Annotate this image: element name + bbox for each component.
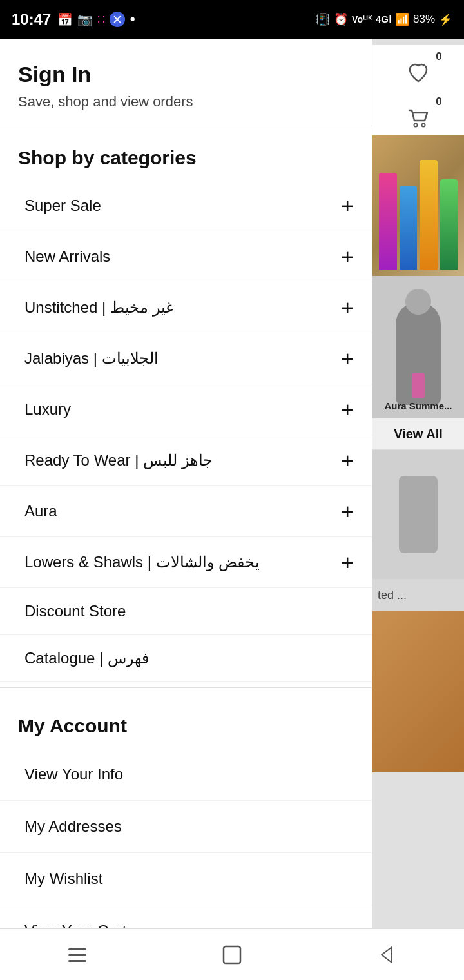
status-left: 10:47 📅 📷 ∷ ✕ • — [12, 10, 135, 28]
menu-icon — [64, 942, 90, 968]
volte-icon: Voᴸᴵᴷ — [352, 14, 372, 24]
category-label-jalabiyas: Jalabiyas | الجلابيات — [24, 349, 159, 368]
category-label-catalogue: Catalogue | فهرس — [24, 649, 149, 667]
category-discount-store[interactable]: Discount Store — [0, 588, 372, 635]
category-aura[interactable]: Aura + — [0, 486, 372, 537]
status-icons: 📅 📷 ∷ ✕ • — [57, 10, 135, 28]
account-label-view-info: View Your Info — [24, 765, 123, 783]
multicolor-icon: ∷ — [97, 12, 105, 27]
connected-text: ted ... — [378, 589, 407, 602]
expand-icon-lowers-shawls: + — [341, 551, 354, 573]
svg-point-1 — [422, 124, 425, 127]
svg-marker-6 — [382, 947, 392, 963]
product-image-1 — [372, 135, 464, 276]
category-jalabiyas[interactable]: Jalabiyas | الجلابيات + — [0, 333, 372, 384]
category-lowers-shawls[interactable]: Lowers & Shawls | يخفض والشالات + — [0, 537, 372, 588]
4g-icon: 4GⅠ — [376, 14, 391, 25]
sign-in-section[interactable]: Sign In Save, shop and view orders — [0, 39, 372, 126]
right-peek: 0 0 — [372, 39, 464, 980]
view-all-strip[interactable]: View All — [372, 418, 464, 450]
svg-rect-2 — [68, 948, 86, 950]
account-my-addresses[interactable]: My Addresses — [0, 801, 372, 853]
category-catalogue[interactable]: Catalogue | فهرس — [0, 635, 372, 682]
wishlist-badge: 0 — [432, 50, 446, 63]
top-icons: 0 0 — [372, 39, 464, 135]
expand-icon-ready-to-wear: + — [341, 449, 354, 471]
category-label-new-arrivals: New Arrivals — [24, 248, 110, 266]
view-all-text: View All — [394, 427, 443, 442]
my-account-title: My Account — [0, 694, 372, 749]
cart-badge: 0 — [432, 95, 446, 108]
vibrate-icon: 📳 — [316, 12, 330, 26]
cart-icon — [407, 107, 430, 130]
aura-label: Aura Summe... — [375, 400, 461, 411]
dot-icon: • — [130, 10, 135, 28]
expand-icon-new-arrivals: + — [341, 246, 354, 268]
svg-rect-5 — [224, 946, 240, 963]
account-my-wishlist[interactable]: My Wishlist — [0, 853, 372, 905]
product-image-2: Aura Summe... — [372, 276, 464, 418]
expand-icon-super-sale: + — [341, 195, 354, 217]
status-bar: 10:47 📅 📷 ∷ ✕ • 📳 ⏰ Voᴸᴵᴷ 4GⅠ 📶 83% ⚡ — [0, 0, 464, 39]
heart-icon — [407, 62, 430, 85]
category-luxury[interactable]: Luxury + — [0, 384, 372, 435]
category-ready-to-wear[interactable]: Ready To Wear | جاهز للبس + — [0, 435, 372, 486]
expand-icon-luxury: + — [341, 398, 354, 420]
category-label-unstitched: Unstitched | غير مخيط — [24, 299, 174, 317]
drawer: Sign In Save, shop and view orders Shop … — [0, 39, 372, 980]
product-image-3 — [372, 450, 464, 579]
back-icon — [374, 942, 400, 968]
svg-rect-4 — [68, 960, 86, 962]
nav-back-button[interactable] — [367, 936, 406, 974]
wishlist-button[interactable]: 0 — [372, 45, 464, 90]
category-label-lowers-shawls: Lowers & Shawls | يخفض والشالات — [24, 553, 260, 571]
category-label-ready-to-wear: Ready To Wear | جاهز للبس — [24, 451, 213, 469]
home-square-icon — [219, 942, 245, 968]
category-label-discount-store: Discount Store — [24, 602, 126, 620]
alarm-icon: ⏰ — [334, 12, 348, 26]
svg-point-0 — [414, 124, 418, 127]
signal-icon: 📶 — [395, 12, 409, 26]
usb-icon: ✕ — [110, 12, 125, 27]
product-image-4 — [372, 611, 464, 772]
category-label-aura: Aura — [24, 502, 57, 520]
status-time: 10:47 — [12, 10, 51, 28]
shop-by-categories-title: Shop by categories — [0, 126, 372, 181]
connected-label-strip: ted ... — [372, 579, 464, 611]
category-super-sale[interactable]: Super Sale + — [0, 181, 372, 231]
category-label-super-sale: Super Sale — [24, 197, 101, 215]
nav-home-button[interactable] — [213, 936, 251, 974]
account-label-my-addresses: My Addresses — [24, 818, 122, 836]
expand-icon-jalabiyas: + — [341, 348, 354, 369]
sign-in-subtitle: Save, shop and view orders — [18, 93, 354, 110]
expand-icon-aura: + — [341, 500, 354, 522]
cart-button[interactable]: 0 — [372, 90, 464, 135]
category-label-luxury: Luxury — [24, 400, 71, 418]
status-right: 📳 ⏰ Voᴸᴵᴷ 4GⅠ 📶 83% ⚡ — [316, 12, 452, 26]
svg-rect-3 — [68, 954, 86, 956]
account-label-my-wishlist: My Wishlist — [24, 870, 102, 888]
account-view-info[interactable]: View Your Info — [0, 749, 372, 801]
instagram-icon: 📷 — [77, 12, 93, 27]
charging-icon: ⚡ — [439, 13, 452, 26]
bottom-nav — [0, 928, 464, 980]
main-layout: Sign In Save, shop and view orders Shop … — [0, 39, 464, 980]
sign-in-title: Sign In — [18, 62, 354, 87]
expand-icon-unstitched: + — [341, 297, 354, 318]
category-new-arrivals[interactable]: New Arrivals + — [0, 231, 372, 282]
category-unstitched[interactable]: Unstitched | غير مخيط + — [0, 282, 372, 333]
calendar-icon: 📅 — [57, 12, 73, 27]
nav-menu-button[interactable] — [58, 936, 97, 974]
battery-icon: 83% — [413, 13, 435, 26]
